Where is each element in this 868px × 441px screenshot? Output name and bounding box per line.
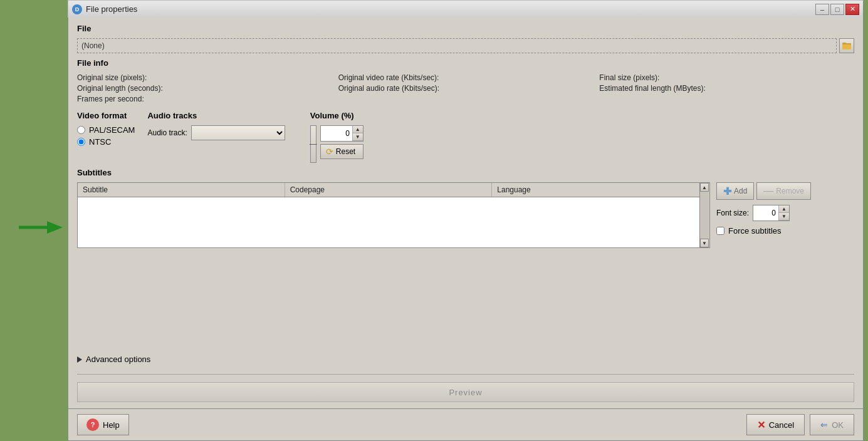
close-button[interactable]: ✕ [845,4,859,15]
pal-secam-radio[interactable] [77,126,85,134]
indicator-arrow [19,218,63,239]
app-icon: D [72,4,82,14]
title-bar-left: D File properties [72,4,137,14]
volume-slider-track[interactable]: — [310,125,316,163]
volume-up-btn[interactable]: ▲ [353,126,363,133]
file-info-label: File info [77,58,854,68]
svg-rect-4 [842,43,846,44]
original-length-label: Original length (seconds): [77,83,332,93]
audio-track-label: Audio track: [147,128,187,137]
subtitles-right-panel: ✚ Add — Remove Font size: 0 [716,182,854,236]
file-path-input[interactable]: (None) [77,38,837,53]
vol-minus-sign: — [310,140,317,148]
subtitles-section-label: Subtitles [77,168,854,177]
add-remove-row: ✚ Add — Remove [716,182,854,200]
file-section: File (None) [77,24,854,53]
add-label: Add [734,187,747,195]
original-video-rate-label: Original video rate (Kbits/sec): [338,73,593,82]
file-info-section: File info Original size (pixels): Origin… [77,58,854,103]
frames-per-second-label: Frames per second: [77,94,332,103]
subtitles-section: Subtitles Subtitle Codepage Language ▲ [77,168,854,347]
remove-subtitle-button[interactable]: — Remove [756,182,811,200]
volume-input-group: 0 ▲ ▼ [320,125,363,142]
scroll-down-btn[interactable]: ▼ [700,239,709,247]
video-format-group: Video format PAL/SECAM NTSC [77,111,135,147]
audio-tracks-label: Audio tracks [147,111,285,120]
subtitles-content: Subtitle Codepage Language ▲ ▼ [77,182,854,248]
audio-tracks-group: Audio tracks Audio track: [147,111,285,140]
col-codepage: Codepage [285,183,493,197]
bottom-bar: ? Help ✕ Cancel ⇐ OK [68,409,864,441]
svg-marker-1 [47,221,63,234]
bottom-right-buttons: ✕ Cancel ⇐ OK [746,414,854,435]
scroll-track [700,192,709,239]
volume-down-btn[interactable]: ▼ [353,133,363,141]
remove-label: Remove [776,187,804,195]
help-button[interactable]: ? Help [77,414,129,435]
help-label: Help [103,420,120,430]
dialog-window: D File properties – □ ✕ File (None) [68,0,864,441]
title-bar: D File properties – □ ✕ [68,0,864,18]
divider [77,374,854,375]
folder-icon [842,41,851,50]
subtitles-scrollbar: ▲ ▼ [699,183,709,247]
force-subtitles-row[interactable]: Force subtitles [716,226,854,236]
audio-track-select[interactable] [191,125,285,140]
add-subtitle-button[interactable]: ✚ Add [716,182,754,200]
font-size-row: Font size: 0 ▲ ▼ [716,205,854,221]
svg-rect-3 [842,44,851,49]
browse-button[interactable] [839,38,854,53]
advanced-options-label: Advanced options [86,355,150,364]
volume-spinner: ▲ ▼ [352,126,363,141]
volume-input[interactable]: 0 [321,126,352,141]
file-input-row: (None) [77,38,854,53]
minimize-button[interactable]: – [815,4,829,15]
original-size-label: Original size (pixels): [77,73,332,82]
cancel-label: Cancel [769,420,794,430]
original-audio-rate-label: Original audio rate (Kbits/sec): [338,83,593,93]
advanced-options-row[interactable]: Advanced options [77,352,854,366]
final-size-label: Final size (pixels): [599,73,854,82]
subtitles-table-container: Subtitle Codepage Language ▲ ▼ [77,182,710,248]
video-audio-volume-section: Video format PAL/SECAM NTSC Audio tracks… [77,111,854,163]
help-icon: ? [86,418,99,431]
ok-label: OK [832,420,844,430]
table-header: Subtitle Codepage Language [78,183,699,197]
force-subtitles-checkbox[interactable] [716,227,724,235]
cancel-icon: ✕ [757,419,765,431]
volume-label: Volume (%) [310,111,363,120]
reset-button[interactable]: ⟳ Reset [320,144,363,159]
scroll-up-btn[interactable]: ▲ [700,183,709,192]
force-subtitles-label: Force subtitles [728,226,782,236]
preview-button[interactable]: Preview [77,382,854,402]
reset-icon: ⟳ [326,147,333,157]
pal-secam-option[interactable]: PAL/SECAM [77,125,135,135]
font-size-spinner: ▲ ▼ [778,205,789,220]
title-bar-buttons: – □ ✕ [815,4,859,15]
maximize-button[interactable]: □ [830,4,844,15]
font-size-input[interactable]: 0 [753,206,778,220]
pal-secam-label: PAL/SECAM [89,125,135,135]
reset-label: Reset [336,147,355,156]
estimated-final-length-label: Estimated final length (MBytes): [599,83,854,93]
col-subtitle: Subtitle [78,183,285,197]
font-size-up-btn[interactable]: ▲ [779,205,789,213]
font-size-down-btn[interactable]: ▼ [779,213,789,220]
cancel-button[interactable]: ✕ Cancel [746,414,805,435]
subtitles-table-body [78,197,699,247]
ok-button[interactable]: ⇐ OK [810,414,854,435]
remove-icon: — [763,185,773,197]
volume-group: Volume (%) — 0 ▲ ▼ [310,111,363,163]
ntsc-option[interactable]: NTSC [77,137,135,147]
file-section-label: File [77,24,854,33]
font-size-label: Font size: [716,209,749,217]
ntsc-label: NTSC [89,137,111,147]
add-icon: ✚ [723,185,731,197]
subtitles-table: Subtitle Codepage Language [78,183,699,247]
advanced-options-triangle [77,356,82,363]
ok-icon: ⇐ [820,420,828,430]
font-size-input-group: 0 ▲ ▼ [753,205,790,221]
ntsc-radio[interactable] [77,138,85,146]
video-format-label: Video format [77,111,135,120]
dialog-body: File (None) File info Original size (pix… [68,18,864,409]
